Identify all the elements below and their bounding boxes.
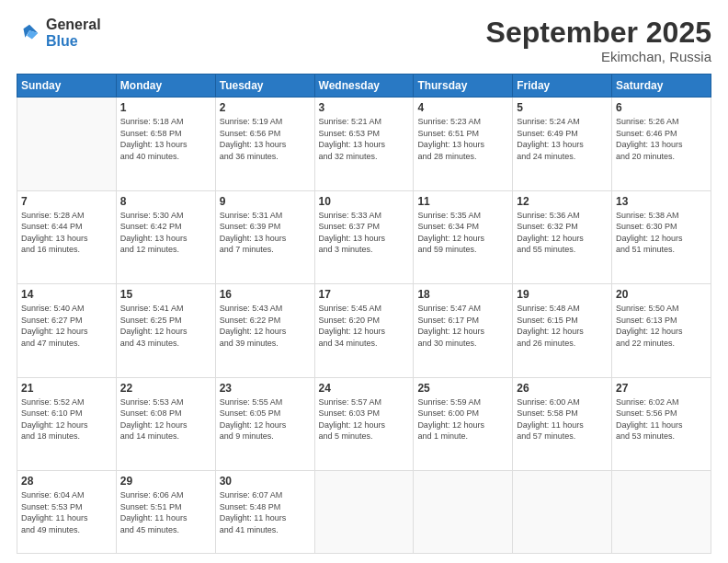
table-row: 11Sunrise: 5:35 AM Sunset: 6:34 PM Dayli… [414,190,513,283]
day-number: 23 [220,382,311,395]
cell-info: Sunrise: 5:23 AM Sunset: 6:51 PM Dayligh… [417,116,508,162]
col-saturday: Saturday [612,75,711,98]
cell-info: Sunrise: 5:36 AM Sunset: 6:32 PM Dayligh… [517,210,608,256]
table-row: 20Sunrise: 5:50 AM Sunset: 6:13 PM Dayli… [612,284,711,377]
logo-icon [17,20,42,46]
logo: General Blue [17,17,101,49]
table-row: 1Sunrise: 5:18 AM Sunset: 6:58 PM Daylig… [116,98,215,190]
table-row [17,98,117,190]
day-number: 24 [319,382,410,395]
col-monday: Monday [116,75,215,98]
day-number: 12 [517,195,608,208]
table-row: 16Sunrise: 5:43 AM Sunset: 6:22 PM Dayli… [215,284,314,377]
table-row: 28Sunrise: 6:04 AM Sunset: 5:53 PM Dayli… [17,471,117,554]
day-number: 1 [120,101,211,114]
day-number: 28 [21,475,112,488]
day-number: 10 [319,195,410,208]
cell-info: Sunrise: 5:43 AM Sunset: 6:22 PM Dayligh… [220,303,311,349]
day-number: 19 [517,288,608,301]
table-row [513,471,612,554]
col-tuesday: Tuesday [215,75,314,98]
table-row: 26Sunrise: 6:00 AM Sunset: 5:58 PM Dayli… [513,377,612,470]
calendar-header-row: Sunday Monday Tuesday Wednesday Thursday… [17,75,711,98]
day-number: 17 [319,288,410,301]
cell-info: Sunrise: 5:35 AM Sunset: 6:34 PM Dayligh… [417,210,508,256]
cell-info: Sunrise: 5:47 AM Sunset: 6:17 PM Dayligh… [417,303,508,349]
table-row: 15Sunrise: 5:41 AM Sunset: 6:25 PM Dayli… [116,284,215,377]
day-number: 7 [21,195,112,208]
table-row: 12Sunrise: 5:36 AM Sunset: 6:32 PM Dayli… [513,190,612,283]
table-row: 29Sunrise: 6:06 AM Sunset: 5:51 PM Dayli… [116,471,215,554]
day-number: 15 [120,288,211,301]
calendar-week-row-1: 1Sunrise: 5:18 AM Sunset: 6:58 PM Daylig… [17,98,711,190]
day-number: 18 [417,288,508,301]
cell-info: Sunrise: 5:28 AM Sunset: 6:44 PM Dayligh… [21,210,112,256]
day-number: 9 [220,195,311,208]
table-row: 8Sunrise: 5:30 AM Sunset: 6:42 PM Daylig… [116,190,215,283]
cell-info: Sunrise: 5:45 AM Sunset: 6:20 PM Dayligh… [319,303,410,349]
day-number: 3 [319,101,410,114]
table-row: 24Sunrise: 5:57 AM Sunset: 6:03 PM Dayli… [314,377,414,470]
cell-info: Sunrise: 5:41 AM Sunset: 6:25 PM Dayligh… [120,303,211,349]
month-title: September 2025 [486,17,711,49]
table-row: 10Sunrise: 5:33 AM Sunset: 6:37 PM Dayli… [314,190,414,283]
calendar-table: Sunday Monday Tuesday Wednesday Thursday… [17,74,711,554]
day-number: 13 [616,195,707,208]
day-number: 21 [21,382,112,395]
cell-info: Sunrise: 6:06 AM Sunset: 5:51 PM Dayligh… [120,489,211,535]
day-number: 27 [616,382,707,395]
day-number: 22 [120,382,211,395]
cell-info: Sunrise: 5:18 AM Sunset: 6:58 PM Dayligh… [120,116,211,162]
header: General Blue September 2025 Ekimchan, Ru… [17,17,711,64]
cell-info: Sunrise: 5:50 AM Sunset: 6:13 PM Dayligh… [616,303,707,349]
col-thursday: Thursday [414,75,513,98]
day-number: 5 [517,101,608,114]
day-number: 29 [120,475,211,488]
cell-info: Sunrise: 5:26 AM Sunset: 6:46 PM Dayligh… [616,116,707,162]
table-row: 25Sunrise: 5:59 AM Sunset: 6:00 PM Dayli… [414,377,513,470]
day-number: 25 [417,382,508,395]
title-section: September 2025 Ekimchan, Russia [486,17,711,64]
logo-text: General Blue [46,17,101,49]
cell-info: Sunrise: 6:04 AM Sunset: 5:53 PM Dayligh… [21,489,112,535]
col-wednesday: Wednesday [314,75,414,98]
day-number: 2 [220,101,311,114]
table-row: 19Sunrise: 5:48 AM Sunset: 6:15 PM Dayli… [513,284,612,377]
table-row: 6Sunrise: 5:26 AM Sunset: 6:46 PM Daylig… [612,98,711,190]
day-number: 30 [220,475,311,488]
day-number: 14 [21,288,112,301]
page: General Blue September 2025 Ekimchan, Ru… [0,0,728,563]
table-row: 5Sunrise: 5:24 AM Sunset: 6:49 PM Daylig… [513,98,612,190]
table-row: 9Sunrise: 5:31 AM Sunset: 6:39 PM Daylig… [215,190,314,283]
cell-info: Sunrise: 5:55 AM Sunset: 6:05 PM Dayligh… [220,396,311,442]
col-friday: Friday [513,75,612,98]
table-row: 22Sunrise: 5:53 AM Sunset: 6:08 PM Dayli… [116,377,215,470]
day-number: 16 [220,288,311,301]
table-row: 14Sunrise: 5:40 AM Sunset: 6:27 PM Dayli… [17,284,117,377]
table-row: 27Sunrise: 6:02 AM Sunset: 5:56 PM Dayli… [612,377,711,470]
table-row [612,471,711,554]
cell-info: Sunrise: 5:24 AM Sunset: 6:49 PM Dayligh… [517,116,608,162]
cell-info: Sunrise: 5:57 AM Sunset: 6:03 PM Dayligh… [319,396,410,442]
cell-info: Sunrise: 6:00 AM Sunset: 5:58 PM Dayligh… [517,396,608,442]
table-row: 18Sunrise: 5:47 AM Sunset: 6:17 PM Dayli… [414,284,513,377]
calendar-week-row-2: 7Sunrise: 5:28 AM Sunset: 6:44 PM Daylig… [17,190,711,283]
cell-info: Sunrise: 5:30 AM Sunset: 6:42 PM Dayligh… [120,210,211,256]
cell-info: Sunrise: 5:33 AM Sunset: 6:37 PM Dayligh… [319,210,410,256]
day-number: 8 [120,195,211,208]
table-row: 2Sunrise: 5:19 AM Sunset: 6:56 PM Daylig… [215,98,314,190]
cell-info: Sunrise: 5:31 AM Sunset: 6:39 PM Dayligh… [220,210,311,256]
logo-general-text: General [46,17,101,33]
cell-info: Sunrise: 5:21 AM Sunset: 6:53 PM Dayligh… [319,116,410,162]
cell-info: Sunrise: 5:19 AM Sunset: 6:56 PM Dayligh… [220,116,311,162]
location: Ekimchan, Russia [486,49,711,64]
cell-info: Sunrise: 5:48 AM Sunset: 6:15 PM Dayligh… [517,303,608,349]
table-row: 7Sunrise: 5:28 AM Sunset: 6:44 PM Daylig… [17,190,117,283]
day-number: 4 [417,101,508,114]
logo-blue-text: Blue [46,33,101,50]
table-row: 4Sunrise: 5:23 AM Sunset: 6:51 PM Daylig… [414,98,513,190]
calendar-week-row-4: 21Sunrise: 5:52 AM Sunset: 6:10 PM Dayli… [17,377,711,470]
table-row: 21Sunrise: 5:52 AM Sunset: 6:10 PM Dayli… [17,377,117,470]
day-number: 26 [517,382,608,395]
table-row [314,471,414,554]
